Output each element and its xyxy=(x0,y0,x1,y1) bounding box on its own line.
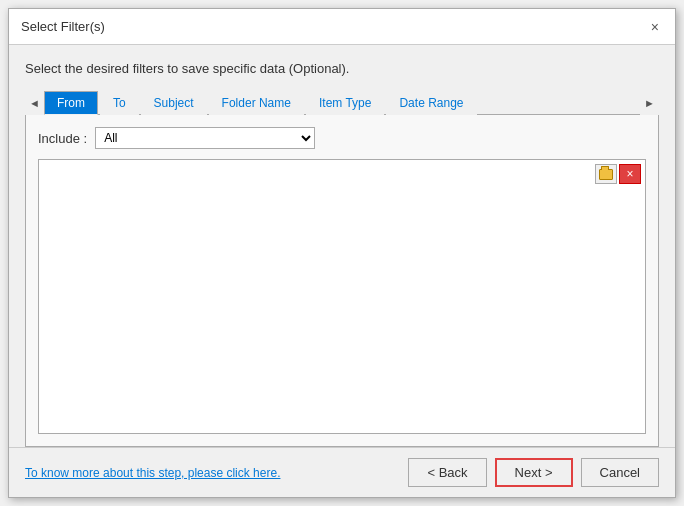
dialog-body: Select the desired filters to save speci… xyxy=(9,45,675,447)
tab-scroll-right-arrow[interactable]: ► xyxy=(640,97,659,109)
dialog-footer: To know more about this step, please cli… xyxy=(9,447,675,497)
cancel-button[interactable]: Cancel xyxy=(581,458,659,487)
tab-from[interactable]: From xyxy=(44,91,98,115)
back-button[interactable]: < Back xyxy=(408,458,486,487)
help-link[interactable]: To know more about this step, please cli… xyxy=(25,466,280,480)
tab-to[interactable]: To xyxy=(100,91,139,115)
tab-item-type[interactable]: Item Type xyxy=(306,91,384,115)
filter-section: Include : All Specific None × xyxy=(25,115,659,447)
clear-button[interactable]: × xyxy=(619,164,641,184)
instruction-text: Select the desired filters to save speci… xyxy=(25,61,659,76)
tab-scroll-left-arrow[interactable]: ◄ xyxy=(25,97,44,109)
tab-subject[interactable]: Subject xyxy=(141,91,207,115)
footer-buttons: < Back Next > Cancel xyxy=(408,458,659,487)
content-toolbar: × xyxy=(595,164,641,184)
tab-list: From To Subject Folder Name Item Type Da… xyxy=(44,90,640,115)
tab-folder-name[interactable]: Folder Name xyxy=(209,91,304,115)
browse-folder-button[interactable] xyxy=(595,164,617,184)
title-bar: Select Filter(s) × xyxy=(9,9,675,45)
next-button[interactable]: Next > xyxy=(495,458,573,487)
include-label: Include : xyxy=(38,131,87,146)
include-row: Include : All Specific None xyxy=(38,127,646,149)
folder-icon xyxy=(599,169,613,180)
dialog-title: Select Filter(s) xyxy=(21,19,105,34)
tab-bar-container: ◄ From To Subject Folder Name Item Type … xyxy=(25,90,659,115)
select-filters-dialog: Select Filter(s) × Select the desired fi… xyxy=(8,8,676,498)
content-area: × xyxy=(38,159,646,434)
tab-date-range[interactable]: Date Range xyxy=(386,91,476,115)
clear-icon: × xyxy=(626,167,633,181)
dialog-close-button[interactable]: × xyxy=(647,18,663,36)
include-select[interactable]: All Specific None xyxy=(95,127,315,149)
